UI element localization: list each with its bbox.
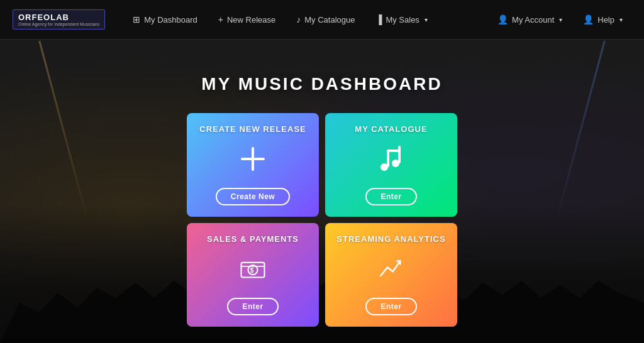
nav-item-help[interactable]: 👤 Help ▾ <box>574 9 631 30</box>
nav-help-label: Help <box>597 15 614 24</box>
logo[interactable]: ORFEOLAB Online Agency for Independent M… <box>13 9 105 30</box>
card-sales-payments[interactable]: SALES & PAYMENTS $ Enter <box>187 223 319 327</box>
page-title: MY MUSIC DASHBOARD <box>201 74 442 94</box>
card-analytics-title: STREAMING ANALYTICS <box>336 234 445 244</box>
music-icon: ♪ <box>296 14 301 24</box>
nav-item-account[interactable]: 👤 My Account ▾ <box>489 9 571 30</box>
nav-right: 👤 My Account ▾ 👤 Help ▾ <box>489 9 631 30</box>
nav-catalogue-label: My Catalogue <box>304 15 355 24</box>
nav-item-new-release[interactable]: + New Release <box>209 9 285 30</box>
sales-enter-button[interactable]: Enter <box>227 298 278 315</box>
card-catalogue-icon <box>375 143 407 179</box>
nav-item-dashboard[interactable]: ⊞ My Dashboard <box>124 9 206 30</box>
svg-text:$: $ <box>250 266 254 273</box>
card-catalogue-title: MY CATALOGUE <box>355 124 427 134</box>
card-create-title: CREATE NEW RELEASE <box>199 124 306 134</box>
create-new-button[interactable]: Create New <box>216 188 290 205</box>
logo-title: ORFEOLAB <box>18 13 99 22</box>
logo-subtitle: Online Agency for Independent Musicians <box>18 22 99 26</box>
card-my-catalogue[interactable]: MY CATALOGUE Enter <box>325 113 457 217</box>
plus-icon: + <box>218 14 223 24</box>
help-icon: 👤 <box>583 14 594 24</box>
user-icon: 👤 <box>497 14 508 24</box>
dashboard-grid: CREATE NEW RELEASE Create New MY CATALOG… <box>187 113 457 327</box>
nav-new-release-label: New Release <box>227 15 275 24</box>
sales-dropdown-arrow: ▾ <box>425 16 428 23</box>
card-streaming-analytics[interactable]: STREAMING ANALYTICS Enter <box>325 223 457 327</box>
card-create-new-release[interactable]: CREATE NEW RELEASE Create New <box>187 113 319 217</box>
svg-rect-6 <box>387 150 401 152</box>
help-dropdown-arrow: ▾ <box>619 16 623 23</box>
catalogue-enter-button[interactable]: Enter <box>365 188 416 205</box>
nav-account-label: My Account <box>512 15 554 24</box>
nav-dashboard-label: My Dashboard <box>144 15 197 24</box>
svg-rect-4 <box>387 150 389 167</box>
analytics-enter-button[interactable]: Enter <box>365 298 416 315</box>
card-analytics-icon <box>378 256 404 286</box>
svg-rect-5 <box>398 146 401 163</box>
grid-icon: ⊞ <box>133 14 140 24</box>
nav-item-sales[interactable]: ▐ My Sales ▾ <box>367 9 436 30</box>
navbar: ORFEOLAB Online Agency for Independent M… <box>0 0 644 40</box>
nav-sales-label: My Sales <box>386 15 419 24</box>
account-dropdown-arrow: ▾ <box>559 16 562 23</box>
nav-item-catalogue[interactable]: ♪ My Catalogue <box>287 9 364 30</box>
card-sales-icon: $ <box>240 256 266 286</box>
card-sales-title: SALES & PAYMENTS <box>207 234 299 244</box>
card-create-icon <box>237 143 269 179</box>
bar-chart-icon: ▐ <box>375 14 382 24</box>
nav-left: ⊞ My Dashboard + New Release ♪ My Catalo… <box>124 9 489 30</box>
main-content: MY MUSIC DASHBOARD CREATE NEW RELEASE Cr… <box>0 40 644 327</box>
